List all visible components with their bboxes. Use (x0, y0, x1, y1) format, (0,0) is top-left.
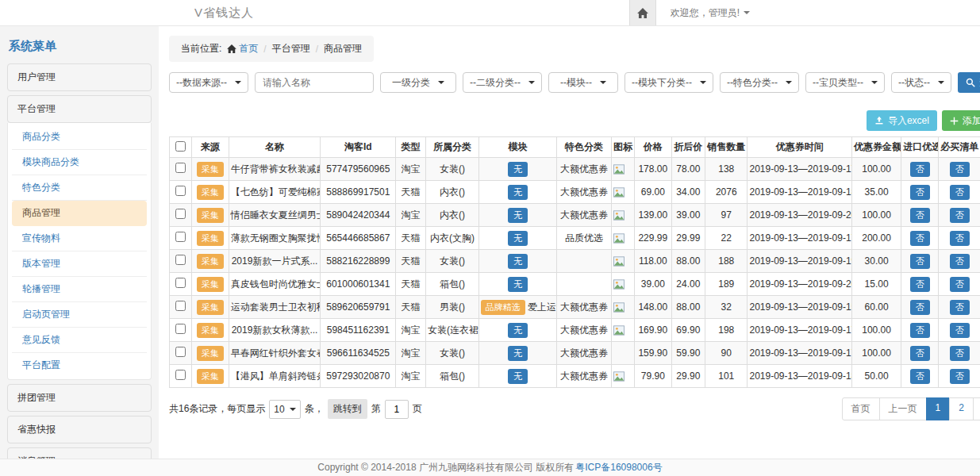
must-buy-toggle[interactable]: 否 (950, 346, 970, 361)
sidebar-item[interactable]: 轮播管理 (12, 277, 147, 302)
sidebar-section-1[interactable]: 平台管理 (7, 95, 152, 123)
breadcrumb-separator: / (263, 44, 266, 55)
page-button-2[interactable]: 2 (949, 397, 974, 420)
jump-to-button[interactable]: 跳转到 (328, 399, 367, 419)
row-checkbox[interactable] (175, 163, 186, 173)
sidebar-item[interactable]: 特色分类 (12, 175, 147, 201)
import-pick-toggle[interactable]: 否 (910, 162, 930, 177)
import-pick-toggle[interactable]: 否 (910, 185, 930, 200)
table-toolbar: 导入excel 添加 批量删除 (169, 110, 980, 131)
column-header: 折后价 (671, 137, 705, 158)
row-checkbox[interactable] (175, 232, 186, 242)
module-none-button[interactable]: 无 (508, 208, 528, 223)
cell-checkbox (170, 227, 192, 250)
must-buy-toggle[interactable]: 否 (950, 231, 970, 246)
import-pick-toggle[interactable]: 否 (910, 277, 930, 292)
row-checkbox[interactable] (175, 186, 186, 196)
table-row: 采集 薄款无钢圈文胸聚拢性... 565446685867 天猫 内衣(文胸) … (170, 227, 980, 250)
filter-select-item-type[interactable]: --宝贝类型-- (805, 72, 885, 93)
page-button-1[interactable]: 1 (926, 397, 951, 420)
import-pick-toggle[interactable]: 否 (910, 323, 930, 338)
cell-source: 采集 (191, 250, 229, 273)
filter-select-level1-category[interactable]: 一级分类 (380, 72, 456, 93)
jump-page-input[interactable] (385, 400, 409, 419)
sidebar-section-0[interactable]: 用户管理 (7, 63, 152, 91)
cell-taoke-id: 589620659791 (321, 296, 396, 319)
breadcrumb-home-link[interactable]: 首页 (227, 42, 258, 56)
page-button-首页[interactable]: 首页 (842, 397, 880, 420)
cell-checkbox (170, 365, 192, 388)
must-buy-toggle[interactable]: 否 (950, 369, 970, 384)
page-button-下一页[interactable]: 下一页 (973, 397, 980, 420)
sidebar-item[interactable]: 宣传物料 (12, 226, 147, 251)
import-excel-button[interactable]: 导入excel (867, 110, 937, 131)
import-pick-toggle[interactable]: 否 (910, 231, 930, 246)
sidebar-section-4[interactable]: 消息管理 (7, 447, 152, 459)
cell-icon (611, 365, 634, 388)
import-pick-toggle[interactable]: 否 (910, 300, 930, 315)
filter-select-module-subcategory[interactable]: --模块下分类-- (625, 72, 713, 93)
import-pick-toggle[interactable]: 否 (910, 369, 930, 384)
source-badge: 采集 (197, 346, 224, 361)
cell-price: 39.00 (634, 273, 671, 296)
cell-sales: 22 (705, 227, 747, 250)
sidebar-section-2[interactable]: 拼团管理 (7, 384, 152, 412)
name-search-input[interactable] (255, 72, 374, 93)
sidebar-item[interactable]: 商品分类 (12, 125, 147, 150)
module-none-button[interactable]: 无 (508, 277, 528, 292)
row-checkbox[interactable] (175, 255, 186, 265)
row-checkbox[interactable] (175, 370, 186, 380)
module-none-button[interactable]: 无 (508, 231, 528, 246)
cell-discount-price: 59.90 (671, 342, 705, 365)
import-pick-toggle[interactable]: 否 (910, 208, 930, 223)
row-checkbox[interactable] (175, 347, 186, 357)
must-buy-toggle[interactable]: 否 (950, 208, 970, 223)
module-none-button[interactable]: 无 (508, 185, 528, 200)
add-button[interactable]: 添加 (942, 110, 980, 131)
sidebar-item[interactable]: 版本管理 (12, 251, 147, 277)
sidebar-item[interactable]: 模块商品分类 (12, 150, 147, 175)
module-none-button[interactable]: 无 (508, 323, 528, 338)
sidebar-item[interactable]: 商品管理 (12, 201, 147, 226)
filter-select-module[interactable]: --模块-- (548, 72, 618, 93)
search-button[interactable]: 查询 (958, 72, 980, 93)
records-total-text: 共16条记录，每页显示 (169, 402, 265, 416)
module-none-button[interactable]: 无 (508, 162, 528, 177)
module-none-button[interactable]: 无 (508, 369, 528, 384)
must-buy-toggle[interactable]: 否 (950, 185, 970, 200)
source-badge: 采集 (197, 231, 224, 246)
sidebar-item[interactable]: 意见反馈 (12, 328, 147, 353)
cell-type: 天猫 (396, 296, 426, 319)
module-none-button[interactable]: 无 (508, 346, 528, 361)
pagination-info: 共16条记录，每页显示 10 条， 跳转到 第 页 (169, 399, 422, 419)
per-page-select[interactable]: 10 (269, 400, 300, 419)
filter-select-data-source[interactable]: --数据来源-- (169, 72, 248, 93)
must-buy-toggle[interactable]: 否 (950, 277, 970, 292)
must-buy-toggle[interactable]: 否 (950, 300, 970, 315)
user-menu[interactable]: 欢迎您，管理员! (671, 6, 750, 20)
page-button-上一页[interactable]: 上一页 (879, 397, 927, 420)
di-text: 第 (371, 402, 381, 416)
must-buy-toggle[interactable]: 否 (950, 254, 970, 269)
must-buy-toggle[interactable]: 否 (950, 162, 970, 177)
column-header: 进口优选 (901, 137, 939, 158)
cell-coupon-time: 2019-09-13—2019-09-20 (747, 204, 851, 227)
module-none-button[interactable]: 无 (508, 254, 528, 269)
select-all-checkbox[interactable] (175, 141, 186, 152)
import-pick-toggle[interactable]: 否 (910, 346, 930, 361)
import-pick-toggle[interactable]: 否 (910, 254, 930, 269)
icp-link[interactable]: 粤ICP备16098006号 (575, 461, 662, 474)
filter-select-status[interactable]: --状态-- (891, 72, 951, 93)
sidebar-item[interactable]: 平台配置 (12, 353, 147, 378)
row-checkbox[interactable] (175, 278, 186, 288)
home-button[interactable] (629, 0, 656, 25)
row-checkbox[interactable] (175, 209, 186, 219)
row-checkbox[interactable] (175, 301, 186, 311)
sidebar-item[interactable]: 启动页管理 (12, 302, 147, 328)
column-header: 特色分类 (556, 137, 611, 158)
row-checkbox[interactable] (175, 324, 186, 334)
must-buy-toggle[interactable]: 否 (950, 323, 970, 338)
sidebar-section-3[interactable]: 省惠快报 (7, 416, 152, 443)
filter-select-level2-category[interactable]: --二级分类-- (463, 72, 542, 93)
filter-select-feature-category[interactable]: --特色分类-- (720, 72, 799, 93)
